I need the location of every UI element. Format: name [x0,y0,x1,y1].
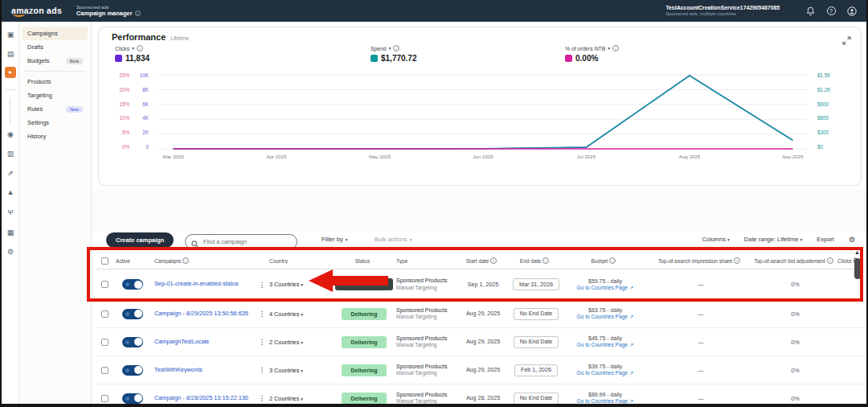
series-line-spend [174,76,793,149]
select-all-checkbox[interactable] [101,257,108,265]
sidebar-item-history[interactable]: History [23,130,88,143]
analytics-icon[interactable]: ⇗ [2,166,19,179]
end-date-field[interactable]: No End Date [514,308,559,320]
row-campaign-cell: Campaign - 8/28/2025 13:15:22:130 [154,395,255,402]
bulk-actions-dropdown[interactable]: Bulk actions▾ [375,236,411,243]
kebab-menu-icon[interactable]: ⋮ [259,338,266,346]
sidebar-item-rules[interactable]: RulesNew [23,102,88,116]
info-icon[interactable]: i [137,45,143,51]
reports-icon[interactable]: ▲ [2,186,19,199]
sidebar-item-campaigns[interactable]: Campaigns [23,27,88,40]
tos-bid-adjustment-value: 0% [791,310,800,318]
info-icon[interactable]: i [490,257,497,264]
notifications-bell-icon[interactable] [805,6,815,16]
experiments-icon[interactable]: Ψ [2,206,19,219]
campaign-name-link[interactable]: Sep-01-create-in-enabled-status [154,281,239,288]
kebab-menu-icon[interactable]: ⋮ [259,366,266,374]
filter-by-dropdown[interactable]: Filter by▾ [321,236,347,243]
row-budget-cell: $45.75 - dailyGo to Countries Page ↗ [562,335,649,348]
go-to-countries-page-link[interactable]: Go to Countries Page ↗ [562,314,649,320]
kebab-menu-icon[interactable]: ⋮ [259,310,266,318]
scroll-up-arrow[interactable]: ▲ [853,249,862,256]
go-to-countries-page-link[interactable]: Go to Countries Page ↗ [562,285,649,291]
brand-safety-icon[interactable]: ◉ [2,128,19,141]
go-to-countries-page-link[interactable]: Go to Countries Page ↗ [562,370,649,376]
create-campaign-button[interactable]: Create campaign [106,232,174,248]
date-range-dropdown[interactable]: Date range: Lifetime ▾ [744,236,802,243]
campaign-name-link[interactable]: Campaign - 8/28/2025 13:15:22:130 [154,395,248,402]
end-date-field[interactable]: No End Date [514,393,559,405]
assets-icon[interactable]: ▤ [2,47,19,60]
profile-icon[interactable] [847,6,857,16]
info-icon[interactable]: i [542,257,549,264]
sidebar-item-products[interactable]: Products [23,75,88,88]
info-icon[interactable]: i [182,257,189,264]
row-start-date-cell: Aug 29, 2025 [456,339,510,345]
help-icon[interactable]: ? [826,6,836,16]
budget-value: $45.75 - daily [562,335,649,341]
sidebar-item-budgets[interactable]: BudgetsBeta [23,54,88,68]
country-dropdown[interactable]: 2 Countries▾ [269,395,303,402]
chevron-down-icon[interactable]: ▾ [608,46,610,51]
export-button[interactable]: Export [817,236,834,243]
kebab-menu-icon[interactable]: ⋮ [259,281,266,289]
campaign-name-link[interactable]: TestWithKeywords [154,367,203,374]
apps-icon[interactable]: ▦ [2,226,19,239]
info-icon[interactable]: i [612,45,619,51]
country-dropdown[interactable]: 4 Countries▾ [269,310,303,318]
info-icon[interactable]: i [609,257,616,264]
sidebar-item-settings[interactable]: Settings [23,116,88,130]
end-date-field[interactable]: No End Date [514,336,559,348]
active-toggle[interactable] [122,279,143,290]
sidebar-item-drafts[interactable]: Drafts [23,40,88,54]
info-icon[interactable]: i [734,257,740,264]
campaign-name-link[interactable]: CampaignTestLocale [154,339,209,346]
horizontal-scrollbar[interactable] [2,404,866,407]
account-switcher[interactable]: TestAccountCreationService1742905487085 … [665,5,780,17]
column-header-label: Clicks [837,258,852,264]
tick-label: 6K [133,101,149,107]
row-checkbox[interactable] [101,339,108,346]
campaigns-icon[interactable]: ▣ [2,28,19,41]
column-header-label: Status [355,258,371,264]
info-icon[interactable]: i [393,45,399,51]
sidebar-item-targeting[interactable]: Targeting [23,88,88,102]
row-checkbox[interactable] [101,281,108,288]
app-switcher[interactable]: Sponsored ads Campaign manager i [76,5,141,18]
end-date-field[interactable]: Feb 1, 2026 [514,364,558,376]
info-icon[interactable]: i [135,10,141,16]
top-bar: amazon ads Sponsored ads Campaign manage… [2,0,866,22]
chevron-down-icon: ▾ [301,282,303,287]
row-type-cell: Sponsored ProductsManual Targeting [396,392,456,405]
active-toggle[interactable] [122,365,143,376]
row-active-cell [116,337,154,347]
active-toggle[interactable] [122,393,143,404]
sponsored-ads-icon[interactable]: ▸ [5,67,16,78]
chevron-down-icon[interactable]: ▾ [389,46,391,51]
go-to-countries-page-link[interactable]: Go to Countries Page ↗ [562,342,649,348]
row-checkbox[interactable] [101,395,108,402]
scrollbar-thumb[interactable] [854,258,861,279]
country-dropdown[interactable]: 3 Countries▾ [269,281,303,288]
metric-value: $1,770.72 [381,54,417,63]
table-settings-gear-icon[interactable]: ⚙ [849,236,855,243]
country-dropdown[interactable]: 3 Countries▾ [269,367,303,374]
row-checkbox[interactable] [101,310,108,318]
info-icon[interactable]: i [827,257,833,264]
row-checkbox[interactable] [101,367,108,374]
targeting-type: Manual Targeting [396,314,447,320]
expand-chart-icon[interactable] [842,34,851,43]
amazon-ads-logo[interactable]: amazon ads [11,6,62,17]
find-campaign-input[interactable] [185,234,297,249]
creatives-icon[interactable]: ▥ [2,147,19,160]
active-toggle[interactable] [122,337,143,347]
country-dropdown[interactable]: 2 Countries▾ [269,339,303,346]
active-toggle[interactable] [122,309,143,319]
settings-icon[interactable]: ⚙ [2,245,19,258]
campaign-name-link[interactable]: Campaign - 8/29/2025 13:50:56:635 [154,310,248,318]
chevron-down-icon[interactable]: ▾ [132,46,134,51]
columns-dropdown[interactable]: Columns ▾ [702,236,729,243]
metric-label: Spend [371,46,387,51]
kebab-menu-icon[interactable]: ⋮ [259,394,266,402]
end-date-field[interactable]: Mar 31, 2026 [513,278,559,290]
